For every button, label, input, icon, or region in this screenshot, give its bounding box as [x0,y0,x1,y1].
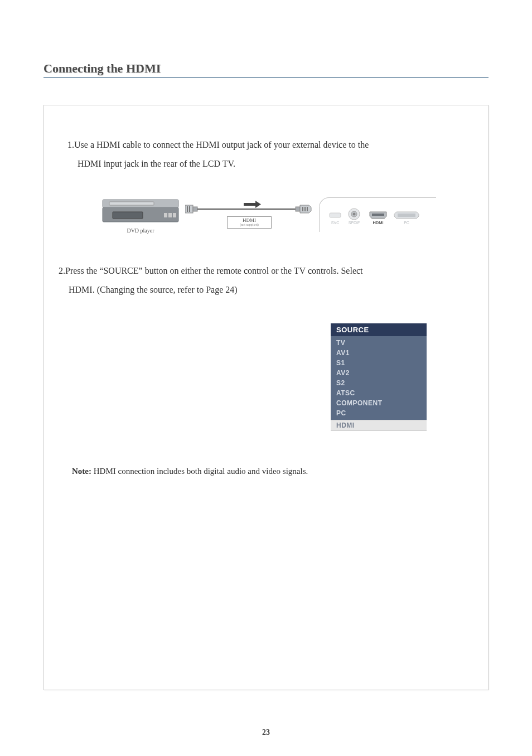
step1-text1: 1.Use a HDMI cable to connect the HDMI o… [67,140,369,149]
svg-rect-6 [173,213,176,217]
svg-rect-3 [113,212,143,219]
note-body: HDMI connection includes both digital au… [91,467,308,476]
step2-text2: HDMI. (Changing the source, refer to Pag… [59,280,475,299]
cable-sublabel: (not supplied) [228,223,271,227]
step-1: 1.Use a HDMI cable to connect the HDMI o… [57,135,475,173]
dvd-player-graphic: DVD player [101,195,180,234]
svg-rect-22 [372,214,384,216]
svg-rect-18 [330,213,341,217]
source-item-pc: PC [331,408,427,418]
tv-ports-graphic: SVC SPDIF HDMI PC [319,197,436,232]
source-menu-header: SOURCE [331,323,427,336]
source-item-hdmi-selected: HDMI [331,420,427,431]
port-label-spdif: SPDIF [349,221,360,225]
cable-label: HDMI [228,217,271,224]
source-menu-body: TV AV1 S1 AV2 S2 ATSC COMPONENT PC [331,336,427,420]
svg-rect-8 [187,206,188,212]
note-label: Note: [72,467,91,476]
page-heading: Connecting the HDMI [43,61,489,78]
dvd-label: DVD player [101,227,180,234]
hdmi-cable-graphic: HDMI (not supplied) [185,201,313,229]
svg-point-21 [353,212,356,215]
source-menu: SOURCE TV AV1 S1 AV2 S2 ATSC COMPONENT P… [331,323,427,431]
port-label-svc: SVC [331,221,339,225]
source-item-av1: AV1 [331,348,427,358]
step2-text1: 2.Press the “SOURCE” button on either th… [59,266,363,275]
svg-rect-14 [296,207,300,211]
svg-rect-23 [398,214,415,217]
step1-text2: HDMI input jack in the rear of the LCD T… [67,154,471,173]
source-item-s2: S2 [331,378,427,388]
svg-rect-17 [307,207,308,211]
svg-rect-2 [109,202,154,205]
dvd-player-icon [101,195,180,223]
svg-rect-9 [189,206,190,212]
svg-rect-16 [304,207,306,211]
svg-marker-12 [244,203,255,206]
svg-rect-5 [168,213,172,217]
hdmi-cable-icon [185,201,313,217]
ports-icon: SVC SPDIF HDMI PC [326,206,432,229]
svg-marker-13 [255,201,261,208]
port-label-hdmi: HDMI [373,220,383,225]
step-2: 2.Press the “SOURCE” button on either th… [57,261,475,299]
content-box: 1.Use a HDMI cable to connect the HDMI o… [43,105,489,690]
source-item-component: COMPONENT [331,398,427,408]
connection-diagram: DVD player [57,195,475,234]
port-label-pc: PC [404,221,409,225]
page-number: 23 [0,728,532,737]
svg-rect-10 [193,207,197,211]
source-item-av2: AV2 [331,368,427,378]
svg-rect-15 [302,207,303,211]
source-item-atsc: ATSC [331,388,427,398]
svg-rect-4 [164,213,167,217]
source-item-s1: S1 [331,358,427,368]
note: Note: HDMI connection includes both digi… [57,467,475,476]
cable-label-box: HDMI (not supplied) [227,216,272,229]
source-item-tv: TV [331,338,427,348]
